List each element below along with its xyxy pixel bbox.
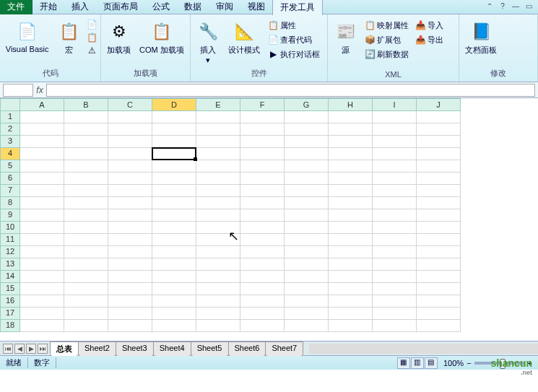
cell[interactable]: [417, 246, 461, 258]
row-header[interactable]: 15: [0, 283, 20, 295]
cell[interactable]: [20, 222, 64, 234]
cell[interactable]: [417, 111, 461, 123]
cell[interactable]: [152, 160, 196, 173]
column-header[interactable]: E: [196, 98, 240, 111]
cell[interactable]: [285, 123, 329, 136]
export-button[interactable]: 📤导出: [413, 33, 445, 46]
cell[interactable]: [196, 185, 240, 197]
visual-basic-button[interactable]: 📄 Visual Basic: [3, 19, 51, 55]
row-header[interactable]: 8: [0, 197, 20, 209]
cell[interactable]: [196, 234, 240, 246]
cell[interactable]: [152, 123, 196, 136]
cell[interactable]: [329, 234, 373, 246]
cell[interactable]: [20, 295, 64, 308]
zoom-slider[interactable]: [474, 362, 525, 365]
cell[interactable]: [152, 209, 196, 222]
cell[interactable]: [196, 271, 240, 283]
name-box[interactable]: [3, 84, 33, 97]
cell[interactable]: [285, 136, 329, 148]
record-macro-icon[interactable]: 📄: [86, 19, 97, 30]
cell[interactable]: [417, 136, 461, 148]
tab-formula[interactable]: 公式: [145, 0, 177, 14]
cell[interactable]: [196, 320, 240, 332]
cell[interactable]: [329, 308, 373, 320]
cell[interactable]: [64, 209, 108, 222]
cell[interactable]: [417, 258, 461, 271]
cell[interactable]: [196, 258, 240, 271]
cell[interactable]: [152, 111, 196, 123]
cell[interactable]: [152, 185, 196, 197]
help-icon[interactable]: ?: [498, 2, 508, 12]
cell[interactable]: [329, 320, 373, 332]
cell[interactable]: [240, 246, 285, 258]
fx-icon[interactable]: fx: [33, 85, 46, 95]
cell[interactable]: [64, 160, 108, 173]
cells-area[interactable]: [20, 111, 461, 332]
cell[interactable]: [373, 185, 417, 197]
first-sheet-button[interactable]: ⏮: [3, 344, 13, 354]
select-all-corner[interactable]: [0, 98, 20, 111]
horizontal-scrollbar[interactable]: [309, 344, 538, 354]
cell[interactable]: [285, 258, 329, 271]
cell[interactable]: [417, 295, 461, 308]
row-header[interactable]: 5: [0, 160, 20, 173]
cell[interactable]: [240, 160, 285, 173]
cell[interactable]: [240, 234, 285, 246]
cell[interactable]: [152, 308, 196, 320]
cell[interactable]: [240, 222, 285, 234]
cell[interactable]: [240, 271, 285, 283]
design-mode-button[interactable]: 📐 设计模式: [225, 19, 263, 57]
cell[interactable]: [108, 209, 152, 222]
cell[interactable]: [64, 123, 108, 136]
cell[interactable]: [20, 123, 64, 136]
cell[interactable]: [373, 258, 417, 271]
cell[interactable]: [20, 185, 64, 197]
cell[interactable]: [285, 111, 329, 123]
cell[interactable]: [64, 308, 108, 320]
tab-layout[interactable]: 页面布局: [96, 0, 145, 14]
cell[interactable]: [329, 111, 373, 123]
cell[interactable]: [240, 320, 285, 332]
cell[interactable]: [417, 209, 461, 222]
cell[interactable]: [64, 222, 108, 234]
expansion-pack-button[interactable]: 📦扩展包: [363, 33, 410, 46]
sheet-tab[interactable]: 总表: [50, 341, 79, 356]
sheet-tab[interactable]: Sheet5: [191, 341, 229, 356]
cell[interactable]: [20, 283, 64, 295]
cell[interactable]: [20, 246, 64, 258]
insert-control-button[interactable]: 🔧 插入▾: [194, 19, 222, 66]
cell[interactable]: [417, 320, 461, 332]
formula-input[interactable]: [46, 84, 535, 97]
zoom-in-button[interactable]: +: [528, 359, 532, 367]
cell[interactable]: [20, 148, 64, 160]
sheet-tab[interactable]: Sheet2: [78, 341, 116, 356]
cell[interactable]: [417, 308, 461, 320]
cell[interactable]: [285, 185, 329, 197]
cell[interactable]: [373, 222, 417, 234]
cell[interactable]: [240, 173, 285, 185]
cell[interactable]: [108, 136, 152, 148]
cell[interactable]: [108, 258, 152, 271]
cell[interactable]: [196, 136, 240, 148]
cell[interactable]: [240, 136, 285, 148]
column-header[interactable]: H: [329, 98, 373, 111]
cell[interactable]: [329, 271, 373, 283]
row-header[interactable]: 9: [0, 209, 20, 222]
cell[interactable]: [196, 160, 240, 173]
minimize-icon[interactable]: —: [511, 2, 521, 12]
tab-file[interactable]: 文件: [0, 0, 32, 14]
cell[interactable]: [64, 320, 108, 332]
cell[interactable]: [152, 173, 196, 185]
cell[interactable]: [108, 308, 152, 320]
cell[interactable]: [240, 308, 285, 320]
cell[interactable]: [20, 234, 64, 246]
cell[interactable]: [329, 173, 373, 185]
row-header[interactable]: 16: [0, 295, 20, 308]
cell[interactable]: [196, 197, 240, 209]
cell[interactable]: [285, 197, 329, 209]
row-header[interactable]: 13: [0, 258, 20, 271]
cell[interactable]: [20, 160, 64, 173]
cell[interactable]: [373, 308, 417, 320]
cell[interactable]: [64, 271, 108, 283]
cell[interactable]: [152, 234, 196, 246]
